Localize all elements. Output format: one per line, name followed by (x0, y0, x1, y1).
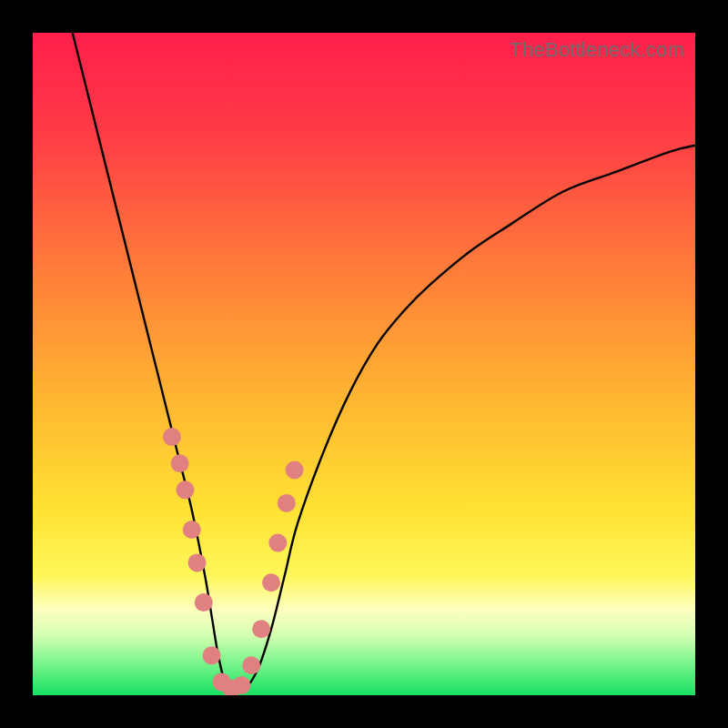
watermark-text: TheBottleneck.com (510, 38, 684, 62)
highlight-dot (278, 494, 296, 512)
highlight-dot (252, 620, 270, 638)
highlight-dot (188, 553, 207, 571)
highlight-dot (232, 676, 250, 694)
bottleneck-curve (73, 33, 695, 691)
plot-area: TheBottleneck.com (33, 33, 695, 695)
highlight-dot (171, 454, 189, 472)
highlight-dot (176, 480, 194, 499)
highlight-dot (195, 593, 213, 612)
curve-layer (33, 33, 695, 695)
highlight-dots (163, 428, 304, 695)
highlight-dot (163, 428, 181, 446)
highlight-dot (286, 460, 304, 479)
highlight-dot (262, 573, 280, 592)
highlight-dot (242, 656, 260, 674)
highlight-dot (183, 521, 201, 539)
highlight-dot (203, 646, 221, 664)
chart-stage: TheBottleneck.com (0, 0, 728, 728)
highlight-dot (268, 534, 287, 552)
